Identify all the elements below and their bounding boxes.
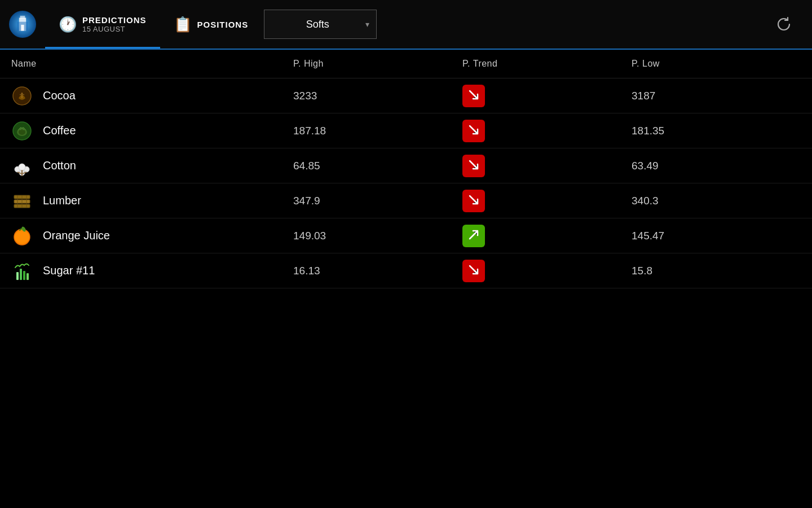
trend-badge: [462, 225, 485, 247]
svg-rect-29: [20, 269, 22, 280]
app-header: 🕐 PREDICTIONS 15 AUGUST 📋 POSITIONS Soft…: [0, 0, 812, 50]
clock-icon: 🕐: [59, 16, 77, 33]
table-row[interactable]: Sugar #11 16.13 15.8: [0, 253, 812, 288]
cotton-icon: [11, 155, 33, 177]
trend-arrow-icon: [467, 264, 480, 278]
predictions-nav-button[interactable]: 🕐 PREDICTIONS 15 AUGUST: [45, 0, 160, 49]
col-header-ptrend: P. Trend: [462, 59, 632, 69]
trend-badge: [462, 120, 485, 142]
commodity-name: Cocoa: [43, 89, 76, 102]
svg-rect-28: [16, 272, 19, 280]
commodity-name: Cotton: [43, 159, 76, 172]
table-header-row: Name P. High P. Trend P. Low: [0, 50, 812, 78]
trend-badge: [462, 155, 485, 177]
refresh-icon: [776, 16, 792, 32]
svg-rect-30: [23, 271, 25, 280]
svg-point-11: [19, 129, 25, 135]
commodity-name-cell: Cotton: [11, 155, 293, 177]
table-row[interactable]: Cotton 64.85 63.49: [0, 148, 812, 183]
p-high-value: 347.9: [293, 195, 462, 207]
category-dropdown-area: Softs: [264, 0, 377, 49]
p-low-value: 340.3: [632, 195, 801, 207]
table-row[interactable]: Lumber 347.9 340.3: [0, 183, 812, 218]
sugar-icon: [11, 260, 33, 282]
p-low-value: 3187: [632, 90, 801, 102]
table-row[interactable]: Coffee 187.18 181.35: [0, 113, 812, 148]
p-high-value: 187.18: [293, 125, 462, 137]
col-header-name: Name: [11, 59, 293, 69]
trend-arrow-icon: [467, 159, 480, 173]
lumber-icon: [11, 190, 33, 212]
app-logo: [9, 9, 36, 40]
table-row[interactable]: Cocoa 3233 3187: [0, 78, 812, 113]
p-trend-cell: [462, 120, 632, 142]
p-low-value: 145.47: [632, 230, 801, 242]
commodity-name-cell: Lumber: [11, 190, 293, 212]
trend-arrow-icon: [467, 89, 480, 103]
p-low-value: 63.49: [632, 160, 801, 172]
commodity-name-cell: Orange Juice: [11, 225, 293, 247]
p-trend-cell: [462, 155, 632, 177]
col-header-phigh: P. High: [293, 59, 462, 69]
commodity-name-cell: Sugar #11: [11, 260, 293, 282]
predictions-label: PREDICTIONS: [82, 15, 147, 25]
trend-badge: [462, 190, 485, 212]
coffee-icon: [11, 120, 33, 142]
p-trend-cell: [462, 85, 632, 107]
trend-badge: [462, 260, 485, 282]
p-trend-cell: [462, 225, 632, 247]
positions-label: POSITIONS: [197, 20, 249, 29]
commodity-name: Orange Juice: [43, 229, 110, 242]
svg-rect-31: [27, 273, 29, 280]
trend-arrow-icon: [467, 229, 480, 243]
svg-point-15: [19, 164, 25, 170]
trend-arrow-icon: [467, 194, 480, 208]
predictions-date: 15 AUGUST: [82, 25, 125, 33]
p-low-value: 181.35: [632, 125, 801, 137]
commodity-name-cell: Coffee: [11, 120, 293, 142]
commodity-name: Sugar #11: [43, 264, 95, 277]
logo-area: [0, 0, 45, 49]
svg-rect-4: [21, 25, 24, 31]
table-body: Cocoa 3233 3187 Coffee 187.18 181.35 Cot…: [0, 78, 812, 288]
p-high-value: 149.03: [293, 230, 462, 242]
p-high-value: 64.85: [293, 160, 462, 172]
p-trend-cell: [462, 260, 632, 282]
commodity-name-cell: Cocoa: [11, 85, 293, 107]
p-high-value: 16.13: [293, 265, 462, 277]
positions-nav-button[interactable]: 📋 POSITIONS: [160, 0, 262, 49]
cocoa-icon: [11, 85, 33, 107]
p-low-value: 15.8: [632, 265, 801, 277]
commodity-name: Coffee: [43, 124, 76, 137]
svg-point-26: [14, 231, 30, 243]
document-icon: 📋: [174, 16, 192, 33]
p-trend-cell: [462, 190, 632, 212]
trend-arrow-icon: [467, 124, 480, 138]
commodities-table: Name P. High P. Trend P. Low Cocoa 3233 …: [0, 50, 812, 288]
orange-icon: [11, 225, 33, 247]
p-high-value: 3233: [293, 90, 462, 102]
svg-rect-2: [20, 16, 25, 19]
commodity-name: Lumber: [43, 194, 81, 207]
trend-badge: [462, 85, 485, 107]
col-header-plow: P. Low: [632, 59, 801, 69]
category-dropdown[interactable]: Softs: [264, 10, 377, 39]
refresh-button[interactable]: [767, 0, 801, 49]
table-row[interactable]: Orange Juice 149.03 145.47: [0, 218, 812, 253]
